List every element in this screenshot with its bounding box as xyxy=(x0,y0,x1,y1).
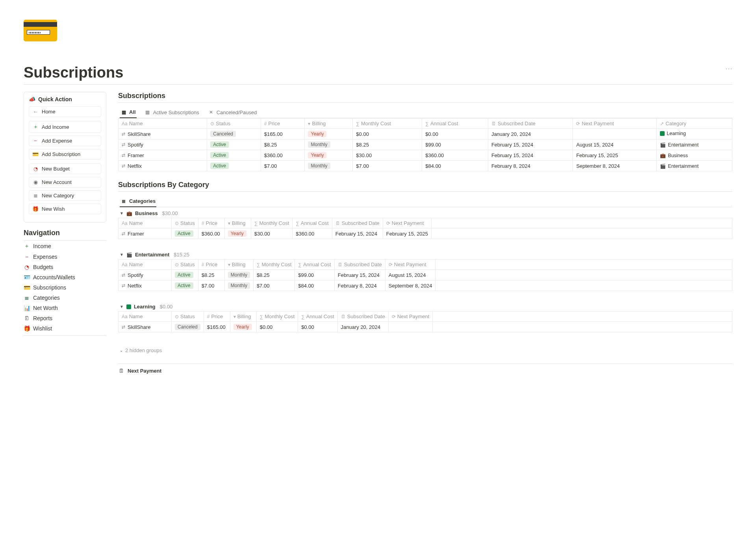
tab-categories-label: Categories xyxy=(129,198,156,204)
col-next[interactable]: ⟳Next Payment xyxy=(383,218,431,228)
status-icon: ⊙ xyxy=(210,121,214,126)
col-billing[interactable]: ▾Billing xyxy=(305,119,353,129)
row-name[interactable]: ⇄Framer xyxy=(122,152,204,158)
table-row[interactable]: ⇄NetflixActive$7.00Monthly$7.00$84.00Feb… xyxy=(119,280,732,291)
nav-reports[interactable]: 🗓 Reports xyxy=(24,313,106,323)
tab-categories[interactable]: ≣ Categories xyxy=(120,197,156,207)
price-cell: $7.00 xyxy=(261,161,305,171)
col-billing[interactable]: ▾Billing xyxy=(230,312,256,322)
col-annual[interactable]: ∑Annual Cost xyxy=(295,260,334,270)
col-name[interactable]: AaName xyxy=(119,218,172,228)
chart-icon: 📊 xyxy=(24,305,30,311)
col-billing[interactable]: ▾Billing xyxy=(224,260,253,270)
col-subdate[interactable]: 🗓Subscribed Date xyxy=(488,119,573,129)
col-price[interactable]: #Price xyxy=(198,260,224,270)
page-title: Subscriptions xyxy=(24,64,123,81)
col-name[interactable]: AaName xyxy=(119,312,172,322)
new-wish-button[interactable]: 🎁 New Wish xyxy=(29,204,101,214)
nav-networth[interactable]: 📊 Net Worth xyxy=(24,303,106,313)
subdate-cell: February 15, 2024 xyxy=(334,270,385,280)
col-annual[interactable]: ∑Annual Cost xyxy=(298,312,337,322)
table-row[interactable]: ⇄NetflixActive$7.00Monthly$7.00$84.00Feb… xyxy=(119,161,732,171)
new-category-button[interactable]: ≣ New Category xyxy=(29,190,101,201)
col-status[interactable]: ⊙Status xyxy=(172,312,204,322)
row-name[interactable]: ⇄SkillShare xyxy=(122,324,168,330)
col-next[interactable]: ⟳Next Payment xyxy=(573,119,657,129)
formula-icon: ∑ xyxy=(425,121,429,126)
group-header[interactable]: ▼🎬Entertainment$15.25 xyxy=(118,249,732,259)
page-menu-icon[interactable]: ⋯ xyxy=(725,64,732,73)
col-price[interactable]: #Price xyxy=(198,218,224,228)
col-monthly[interactable]: ∑Monthly Cost xyxy=(253,260,295,270)
home-button[interactable]: ← Home xyxy=(29,106,101,117)
tab-all[interactable]: ▦ All xyxy=(120,108,137,118)
add-expense-label: Add Expense xyxy=(42,138,72,144)
new-budget-button[interactable]: ◔ New Budget xyxy=(29,163,101,174)
col-subdate[interactable]: 🗓Subscribed Date xyxy=(332,218,383,228)
col-monthly[interactable]: ∑Monthly Cost xyxy=(256,312,298,322)
col-name[interactable]: AaName xyxy=(119,260,172,270)
home-label: Home xyxy=(42,109,56,115)
table-row[interactable]: ⇄FramerActive$360.00Yearly$30.00$360.00F… xyxy=(119,150,732,161)
group-header[interactable]: ▼💼Business$30.00 xyxy=(118,207,732,218)
add-expense-button[interactable]: − Add Expense xyxy=(29,135,101,146)
new-account-label: New Account xyxy=(42,179,72,185)
add-income-button[interactable]: ＋ Add Income xyxy=(29,121,101,133)
col-subdate[interactable]: 🗓Subscribed Date xyxy=(337,312,388,322)
col-annual[interactable]: ∑Annual Cost xyxy=(293,218,332,228)
col-monthly[interactable]: ∑Monthly Cost xyxy=(251,218,292,228)
chevron-down-icon: ▼ xyxy=(120,252,124,257)
table-row[interactable]: ⇄SkillShareCanceled$165.00Yearly$0.00$0.… xyxy=(119,322,732,332)
table-row[interactable]: ⇄SpotifyActive$8.25Monthly$8.25$99.00Feb… xyxy=(119,270,732,280)
col-status[interactable]: ⊙Status xyxy=(207,119,261,129)
col-annual[interactable]: ∑Annual Cost xyxy=(422,119,488,129)
nav-income[interactable]: ＋ Income xyxy=(24,241,106,252)
nav-budgets[interactable]: ◔ Budgets xyxy=(24,262,106,272)
hidden-groups-toggle[interactable]: ⌄ 2 hidden groups xyxy=(118,342,732,353)
col-next[interactable]: ⟳Next Payment xyxy=(385,260,435,270)
by-category-tabs: ≣ Categories xyxy=(118,194,732,207)
subscriptions-table: AaName ⊙Status #Price ▾Billing ∑Monthly … xyxy=(118,118,732,171)
row-name[interactable]: ⇄Netflix xyxy=(122,163,204,169)
col-category[interactable]: ↗Category xyxy=(657,119,732,129)
category-chip[interactable]: 💼Business xyxy=(660,153,688,158)
new-account-button[interactable]: ◉ New Account xyxy=(29,177,101,187)
next-payment-view[interactable]: 🗓 Next Payment xyxy=(118,364,732,374)
add-subscription-button[interactable]: 💳 Add Subscription xyxy=(29,149,101,160)
col-status[interactable]: ⊙Status xyxy=(172,260,198,270)
row-name[interactable]: ⇄Framer xyxy=(122,231,168,237)
row-name[interactable]: ⇄Spotify xyxy=(122,142,204,148)
nav-subscriptions[interactable]: 💳 Subscriptions xyxy=(24,282,106,293)
table-row[interactable]: ⇄SkillShareCanceled$165.00Yearly$0.00$0.… xyxy=(119,129,732,139)
price-cell: $165.00 xyxy=(261,129,305,139)
group-name: Business xyxy=(135,210,158,216)
gift-icon: 🎁 xyxy=(24,325,30,332)
col-monthly[interactable]: ∑Monthly Cost xyxy=(353,119,422,129)
subdate-cell: February 15, 2024 xyxy=(488,150,573,161)
stack-icon: ≣ xyxy=(32,193,39,199)
category-chip[interactable]: 🎬Entertainment xyxy=(660,142,699,148)
subdate-cell: February 15, 2024 xyxy=(332,228,383,239)
col-name[interactable]: AaName xyxy=(119,119,207,129)
table-row[interactable]: ⇄FramerActive$360.00Yearly$30.00$360.00F… xyxy=(119,228,732,239)
col-price[interactable]: #Price xyxy=(204,312,230,322)
category-chip[interactable]: 🎬Entertainment xyxy=(660,163,699,169)
nav-expenses[interactable]: − Expenses xyxy=(24,252,106,262)
col-subdate[interactable]: 🗓Subscribed Date xyxy=(334,260,385,270)
row-name[interactable]: ⇄Spotify xyxy=(122,272,168,278)
row-name[interactable]: ⇄Netflix xyxy=(122,283,168,289)
tab-active[interactable]: ▦ Active Subscriptions xyxy=(144,108,200,118)
col-billing[interactable]: ▾Billing xyxy=(224,218,251,228)
group-header[interactable]: ▼Learning$0.00 xyxy=(118,301,732,311)
col-next[interactable]: ⟳Next Payment xyxy=(388,312,433,322)
col-status[interactable]: ⊙Status xyxy=(172,218,198,228)
col-price[interactable]: #Price xyxy=(261,119,305,129)
table-row[interactable]: ⇄SpotifyActive$8.25Monthly$8.25$99.00Feb… xyxy=(119,139,732,150)
category-chip[interactable]: Learning xyxy=(660,131,686,136)
nav-categories[interactable]: ≣ Categories xyxy=(24,293,106,303)
row-name[interactable]: ⇄SkillShare xyxy=(122,131,204,137)
nav-accounts[interactable]: 🪪 Accounts/Wallets xyxy=(24,272,106,282)
tab-canceled[interactable]: ✕ Canceled/Paused xyxy=(207,108,258,118)
pie-icon: ◔ xyxy=(32,166,39,172)
nav-wishlist[interactable]: 🎁 Wishlist xyxy=(24,323,106,334)
